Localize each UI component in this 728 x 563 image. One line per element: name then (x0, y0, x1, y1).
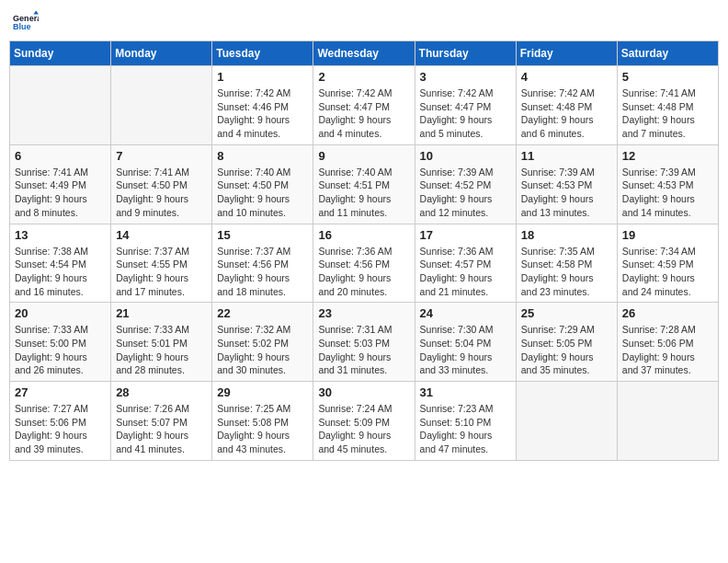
day-info: Sunrise: 7:39 AM Sunset: 4:52 PM Dayligh… (420, 166, 511, 220)
day-info: Sunrise: 7:42 AM Sunset: 4:46 PM Dayligh… (217, 86, 308, 141)
calendar-cell: 31Sunrise: 7:23 AM Sunset: 5:10 PM Dayli… (415, 382, 516, 461)
day-info: Sunrise: 7:33 AM Sunset: 5:01 PM Dayligh… (116, 323, 207, 377)
day-number: 1 (217, 70, 308, 84)
calendar-cell: 1Sunrise: 7:42 AM Sunset: 4:46 PM Daylig… (212, 66, 313, 145)
calendar-cell: 24Sunrise: 7:30 AM Sunset: 5:04 PM Dayli… (415, 303, 516, 382)
calendar-header: SundayMondayTuesdayWednesdayThursdayFrid… (10, 41, 719, 66)
calendar-cell: 5Sunrise: 7:41 AM Sunset: 4:48 PM Daylig… (617, 66, 718, 145)
day-number: 10 (420, 149, 511, 163)
calendar-cell (516, 382, 617, 461)
day-info: Sunrise: 7:41 AM Sunset: 4:48 PM Dayligh… (622, 86, 713, 141)
day-info: Sunrise: 7:24 AM Sunset: 5:09 PM Dayligh… (318, 402, 409, 456)
day-info: Sunrise: 7:39 AM Sunset: 4:53 PM Dayligh… (622, 166, 713, 220)
day-info: Sunrise: 7:41 AM Sunset: 4:49 PM Dayligh… (15, 166, 106, 220)
day-number: 23 (318, 306, 409, 320)
day-number: 28 (116, 385, 207, 399)
day-number: 26 (622, 306, 713, 320)
calendar-cell (617, 382, 718, 461)
calendar-cell: 21Sunrise: 7:33 AM Sunset: 5:01 PM Dayli… (111, 303, 212, 382)
weekday-header-monday: Monday (111, 41, 212, 66)
day-info: Sunrise: 7:30 AM Sunset: 5:04 PM Dayligh… (420, 323, 511, 377)
day-info: Sunrise: 7:37 AM Sunset: 4:56 PM Dayligh… (217, 245, 308, 299)
day-info: Sunrise: 7:36 AM Sunset: 4:57 PM Dayligh… (420, 245, 511, 299)
calendar-cell: 13Sunrise: 7:38 AM Sunset: 4:54 PM Dayli… (10, 224, 111, 303)
day-info: Sunrise: 7:42 AM Sunset: 4:47 PM Dayligh… (420, 86, 511, 141)
day-number: 27 (15, 385, 106, 399)
day-number: 12 (622, 149, 713, 163)
calendar-body: 1Sunrise: 7:42 AM Sunset: 4:46 PM Daylig… (10, 66, 719, 461)
svg-text:Blue: Blue (13, 22, 31, 31)
calendar-cell: 2Sunrise: 7:42 AM Sunset: 4:47 PM Daylig… (313, 66, 415, 145)
logo-icon: General Blue (13, 9, 39, 35)
day-number: 29 (217, 385, 308, 399)
day-info: Sunrise: 7:40 AM Sunset: 4:51 PM Dayligh… (318, 166, 409, 220)
day-info: Sunrise: 7:31 AM Sunset: 5:03 PM Dayligh… (318, 323, 409, 377)
calendar-cell: 30Sunrise: 7:24 AM Sunset: 5:09 PM Dayli… (313, 382, 415, 461)
calendar-cell (10, 66, 111, 145)
day-number: 24 (420, 306, 511, 320)
calendar-cell: 25Sunrise: 7:29 AM Sunset: 5:05 PM Dayli… (516, 303, 617, 382)
day-number: 11 (521, 149, 612, 163)
day-info: Sunrise: 7:33 AM Sunset: 5:00 PM Dayligh… (15, 323, 106, 377)
day-info: Sunrise: 7:35 AM Sunset: 4:58 PM Dayligh… (521, 245, 612, 299)
calendar-cell: 16Sunrise: 7:36 AM Sunset: 4:56 PM Dayli… (313, 224, 415, 303)
weekday-header-tuesday: Tuesday (212, 41, 313, 66)
day-info: Sunrise: 7:28 AM Sunset: 5:06 PM Dayligh… (622, 323, 713, 377)
calendar-week-4: 20Sunrise: 7:33 AM Sunset: 5:00 PM Dayli… (10, 303, 719, 382)
day-number: 17 (420, 228, 511, 242)
calendar-cell: 10Sunrise: 7:39 AM Sunset: 4:52 PM Dayli… (415, 144, 516, 224)
weekday-header-wednesday: Wednesday (313, 41, 415, 66)
day-number: 9 (318, 149, 409, 163)
day-number: 5 (622, 70, 713, 84)
day-number: 25 (521, 306, 612, 320)
day-info: Sunrise: 7:32 AM Sunset: 5:02 PM Dayligh… (217, 323, 308, 377)
calendar-week-5: 27Sunrise: 7:27 AM Sunset: 5:06 PM Dayli… (10, 382, 719, 461)
day-number: 22 (217, 306, 308, 320)
calendar-cell: 22Sunrise: 7:32 AM Sunset: 5:02 PM Dayli… (212, 303, 313, 382)
calendar-cell: 23Sunrise: 7:31 AM Sunset: 5:03 PM Dayli… (313, 303, 415, 382)
day-number: 4 (521, 70, 612, 84)
calendar-cell: 4Sunrise: 7:42 AM Sunset: 4:48 PM Daylig… (516, 66, 617, 145)
calendar-week-1: 1Sunrise: 7:42 AM Sunset: 4:46 PM Daylig… (10, 66, 719, 145)
day-info: Sunrise: 7:42 AM Sunset: 4:47 PM Dayligh… (318, 86, 409, 141)
calendar-cell: 7Sunrise: 7:41 AM Sunset: 4:50 PM Daylig… (111, 144, 212, 224)
calendar-cell: 28Sunrise: 7:26 AM Sunset: 5:07 PM Dayli… (111, 382, 212, 461)
day-number: 18 (521, 228, 612, 242)
logo: General Blue (13, 9, 42, 35)
day-number: 19 (622, 228, 713, 242)
calendar-cell: 15Sunrise: 7:37 AM Sunset: 4:56 PM Dayli… (212, 224, 313, 303)
svg-marker-2 (33, 10, 39, 14)
day-number: 2 (318, 70, 409, 84)
day-info: Sunrise: 7:38 AM Sunset: 4:54 PM Dayligh… (15, 245, 106, 299)
calendar-cell: 26Sunrise: 7:28 AM Sunset: 5:06 PM Dayli… (617, 303, 718, 382)
calendar-cell (111, 66, 212, 145)
day-info: Sunrise: 7:42 AM Sunset: 4:48 PM Dayligh… (521, 86, 612, 141)
day-number: 21 (116, 306, 207, 320)
calendar-cell: 12Sunrise: 7:39 AM Sunset: 4:53 PM Dayli… (617, 144, 718, 224)
weekday-header-sunday: Sunday (10, 41, 111, 66)
calendar-week-2: 6Sunrise: 7:41 AM Sunset: 4:49 PM Daylig… (10, 144, 719, 224)
day-info: Sunrise: 7:37 AM Sunset: 4:55 PM Dayligh… (116, 245, 207, 299)
day-info: Sunrise: 7:41 AM Sunset: 4:50 PM Dayligh… (116, 166, 207, 220)
page-header: General Blue (9, 9, 719, 35)
calendar-cell: 11Sunrise: 7:39 AM Sunset: 4:53 PM Dayli… (516, 144, 617, 224)
day-number: 20 (15, 306, 106, 320)
calendar-cell: 8Sunrise: 7:40 AM Sunset: 4:50 PM Daylig… (212, 144, 313, 224)
day-info: Sunrise: 7:23 AM Sunset: 5:10 PM Dayligh… (420, 402, 511, 456)
calendar-cell: 27Sunrise: 7:27 AM Sunset: 5:06 PM Dayli… (10, 382, 111, 461)
calendar-cell: 18Sunrise: 7:35 AM Sunset: 4:58 PM Dayli… (516, 224, 617, 303)
day-info: Sunrise: 7:34 AM Sunset: 4:59 PM Dayligh… (622, 245, 713, 299)
day-info: Sunrise: 7:40 AM Sunset: 4:50 PM Dayligh… (217, 166, 308, 220)
day-number: 13 (15, 228, 106, 242)
calendar-cell: 19Sunrise: 7:34 AM Sunset: 4:59 PM Dayli… (617, 224, 718, 303)
weekday-header-friday: Friday (516, 41, 617, 66)
day-number: 3 (420, 70, 511, 84)
day-number: 8 (217, 149, 308, 163)
day-number: 16 (318, 228, 409, 242)
calendar-cell: 3Sunrise: 7:42 AM Sunset: 4:47 PM Daylig… (415, 66, 516, 145)
calendar-cell: 29Sunrise: 7:25 AM Sunset: 5:08 PM Dayli… (212, 382, 313, 461)
day-number: 7 (116, 149, 207, 163)
day-number: 30 (318, 385, 409, 399)
weekday-header-thursday: Thursday (415, 41, 516, 66)
calendar-week-3: 13Sunrise: 7:38 AM Sunset: 4:54 PM Dayli… (10, 224, 719, 303)
